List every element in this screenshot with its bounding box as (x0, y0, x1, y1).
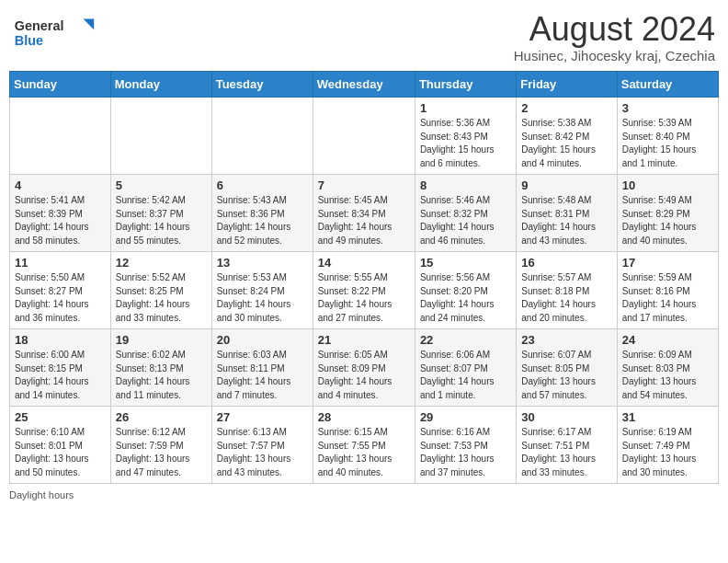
day-number: 18 (15, 333, 106, 347)
day-info: Sunrise: 5:38 AM Sunset: 8:42 PM Dayligh… (521, 117, 611, 170)
day-number: 19 (116, 333, 207, 347)
day-info: Sunrise: 6:16 AM Sunset: 7:53 PM Dayligh… (420, 426, 511, 479)
day-info: Sunrise: 5:56 AM Sunset: 8:20 PM Dayligh… (420, 271, 511, 325)
calendar-week-row: 4Sunrise: 5:41 AM Sunset: 8:39 PM Daylig… (10, 175, 719, 252)
day-number: 9 (521, 178, 611, 192)
day-info: Sunrise: 5:39 AM Sunset: 8:40 PM Dayligh… (622, 117, 713, 170)
calendar-cell (10, 98, 111, 175)
footer-note: Daylight hours (9, 489, 719, 500)
calendar-cell (211, 98, 313, 175)
day-number: 1 (420, 101, 511, 115)
calendar-week-row: 25Sunrise: 6:10 AM Sunset: 8:01 PM Dayli… (10, 407, 719, 484)
day-number: 12 (116, 256, 207, 270)
day-info: Sunrise: 6:00 AM Sunset: 8:15 PM Dayligh… (15, 349, 106, 402)
day-number: 17 (622, 256, 713, 270)
calendar-cell: 20Sunrise: 6:03 AM Sunset: 8:11 PM Dayli… (211, 329, 313, 407)
calendar-cell: 4Sunrise: 5:41 AM Sunset: 8:39 PM Daylig… (10, 175, 111, 252)
calendar-cell: 22Sunrise: 6:06 AM Sunset: 8:07 PM Dayli… (415, 329, 516, 407)
calendar-cell: 26Sunrise: 6:12 AM Sunset: 7:59 PM Dayli… (110, 407, 211, 484)
day-number: 26 (116, 410, 207, 424)
day-info: Sunrise: 5:46 AM Sunset: 8:32 PM Dayligh… (420, 194, 511, 247)
day-number: 4 (15, 178, 106, 192)
day-number: 29 (420, 410, 511, 424)
day-info: Sunrise: 5:50 AM Sunset: 8:27 PM Dayligh… (15, 271, 106, 325)
calendar-cell: 19Sunrise: 6:02 AM Sunset: 8:13 PM Dayli… (110, 329, 211, 407)
day-number: 23 (521, 333, 611, 347)
day-number: 10 (622, 178, 713, 192)
calendar-week-row: 1Sunrise: 5:36 AM Sunset: 8:43 PM Daylig… (10, 98, 719, 175)
day-info: Sunrise: 5:55 AM Sunset: 8:22 PM Dayligh… (318, 271, 410, 325)
day-number: 2 (521, 101, 611, 115)
day-info: Sunrise: 6:13 AM Sunset: 7:57 PM Dayligh… (217, 426, 308, 479)
day-number: 3 (622, 101, 713, 115)
day-info: Sunrise: 5:57 AM Sunset: 8:18 PM Dayligh… (521, 271, 611, 325)
calendar-day-header: Saturday (617, 72, 718, 98)
day-number: 7 (318, 178, 410, 192)
calendar-week-row: 18Sunrise: 6:00 AM Sunset: 8:15 PM Dayli… (10, 329, 719, 407)
calendar-cell: 12Sunrise: 5:52 AM Sunset: 8:25 PM Dayli… (110, 252, 211, 329)
page-header: General Blue August 2024 Husinec, Jihoce… (9, 9, 719, 63)
day-number: 13 (217, 256, 308, 270)
calendar-cell: 3Sunrise: 5:39 AM Sunset: 8:40 PM Daylig… (617, 98, 718, 175)
day-number: 14 (318, 256, 410, 270)
day-info: Sunrise: 6:19 AM Sunset: 7:49 PM Dayligh… (622, 426, 713, 479)
svg-text:Blue: Blue (15, 33, 43, 48)
calendar-cell: 6Sunrise: 5:43 AM Sunset: 8:36 PM Daylig… (211, 175, 313, 252)
calendar-table: SundayMondayTuesdayWednesdayThursdayFrid… (9, 71, 719, 484)
logo: General Blue (13, 13, 96, 52)
day-number: 16 (521, 256, 611, 270)
calendar-cell: 9Sunrise: 5:48 AM Sunset: 8:31 PM Daylig… (517, 175, 617, 252)
calendar-cell: 7Sunrise: 5:45 AM Sunset: 8:34 PM Daylig… (313, 175, 415, 252)
calendar-week-row: 11Sunrise: 5:50 AM Sunset: 8:27 PM Dayli… (10, 252, 719, 329)
calendar-cell (313, 98, 415, 175)
calendar-day-header: Wednesday (313, 72, 415, 98)
calendar-day-header: Monday (110, 72, 211, 98)
calendar-cell: 25Sunrise: 6:10 AM Sunset: 8:01 PM Dayli… (10, 407, 111, 484)
svg-text:General: General (15, 18, 64, 33)
day-info: Sunrise: 6:07 AM Sunset: 8:05 PM Dayligh… (521, 349, 611, 402)
calendar-cell: 16Sunrise: 5:57 AM Sunset: 8:18 PM Dayli… (517, 252, 617, 329)
day-info: Sunrise: 5:41 AM Sunset: 8:39 PM Dayligh… (15, 194, 106, 247)
calendar-cell: 10Sunrise: 5:49 AM Sunset: 8:29 PM Dayli… (617, 175, 718, 252)
calendar-cell: 14Sunrise: 5:55 AM Sunset: 8:22 PM Dayli… (313, 252, 415, 329)
day-number: 11 (15, 256, 106, 270)
day-number: 6 (217, 178, 308, 192)
day-number: 25 (15, 410, 106, 424)
calendar-cell: 8Sunrise: 5:46 AM Sunset: 8:32 PM Daylig… (415, 175, 516, 252)
calendar-header-row: SundayMondayTuesdayWednesdayThursdayFrid… (10, 72, 719, 98)
day-info: Sunrise: 6:17 AM Sunset: 7:51 PM Dayligh… (521, 426, 611, 479)
day-number: 22 (420, 333, 511, 347)
calendar-cell: 1Sunrise: 5:36 AM Sunset: 8:43 PM Daylig… (415, 98, 516, 175)
day-info: Sunrise: 6:02 AM Sunset: 8:13 PM Dayligh… (116, 349, 207, 402)
title-section: August 2024 Husinec, Jihocesky kraj, Cze… (514, 13, 715, 63)
main-title: August 2024 (514, 13, 715, 46)
calendar-cell: 24Sunrise: 6:09 AM Sunset: 8:03 PM Dayli… (617, 329, 718, 407)
calendar-cell: 23Sunrise: 6:07 AM Sunset: 8:05 PM Dayli… (517, 329, 617, 407)
calendar-cell: 21Sunrise: 6:05 AM Sunset: 8:09 PM Dayli… (313, 329, 415, 407)
day-number: 5 (116, 178, 207, 192)
calendar-cell: 18Sunrise: 6:00 AM Sunset: 8:15 PM Dayli… (10, 329, 111, 407)
calendar-cell (110, 98, 211, 175)
calendar-cell: 31Sunrise: 6:19 AM Sunset: 7:49 PM Dayli… (617, 407, 718, 484)
calendar-cell: 17Sunrise: 5:59 AM Sunset: 8:16 PM Dayli… (617, 252, 718, 329)
calendar-cell: 2Sunrise: 5:38 AM Sunset: 8:42 PM Daylig… (517, 98, 617, 175)
day-info: Sunrise: 5:36 AM Sunset: 8:43 PM Dayligh… (420, 117, 511, 170)
day-info: Sunrise: 6:15 AM Sunset: 7:55 PM Dayligh… (318, 426, 410, 479)
day-number: 31 (622, 410, 713, 424)
day-info: Sunrise: 5:42 AM Sunset: 8:37 PM Dayligh… (116, 194, 207, 247)
day-info: Sunrise: 6:06 AM Sunset: 8:07 PM Dayligh… (420, 349, 511, 402)
svg-marker-2 (84, 19, 95, 30)
day-number: 8 (420, 178, 511, 192)
calendar-cell: 11Sunrise: 5:50 AM Sunset: 8:27 PM Dayli… (10, 252, 111, 329)
calendar-day-header: Sunday (10, 72, 111, 98)
day-number: 20 (217, 333, 308, 347)
day-info: Sunrise: 6:09 AM Sunset: 8:03 PM Dayligh… (622, 349, 713, 402)
calendar-cell: 27Sunrise: 6:13 AM Sunset: 7:57 PM Dayli… (211, 407, 313, 484)
calendar-day-header: Tuesday (211, 72, 313, 98)
calendar-cell: 29Sunrise: 6:16 AM Sunset: 7:53 PM Dayli… (415, 407, 516, 484)
day-number: 28 (318, 410, 410, 424)
day-number: 27 (217, 410, 308, 424)
day-info: Sunrise: 6:03 AM Sunset: 8:11 PM Dayligh… (217, 349, 308, 402)
day-info: Sunrise: 5:43 AM Sunset: 8:36 PM Dayligh… (217, 194, 308, 247)
calendar-day-header: Friday (517, 72, 617, 98)
